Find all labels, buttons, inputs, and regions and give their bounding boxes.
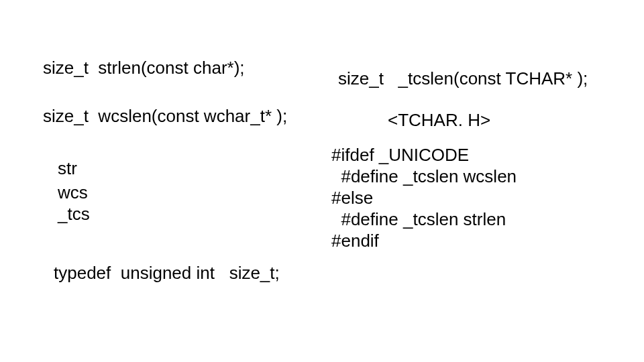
tchar-header: <TCHAR. H> xyxy=(388,110,490,131)
slide: size_t strlen(const char*); size_t wcsle… xyxy=(0,0,644,362)
code-endif: #endif xyxy=(331,231,379,251)
sig-wcslen: size_t wcslen(const wchar_t* ); xyxy=(43,106,287,127)
sig-tcslen: size_t _tcslen(const TCHAR* ); xyxy=(338,68,588,89)
prefix-tcs: _tcs xyxy=(58,204,90,225)
sig-strlen: size_t strlen(const char*); xyxy=(43,58,245,78)
prefix-wcs: wcs xyxy=(58,182,88,203)
typedef-line: typedef unsigned int size_t; xyxy=(54,263,280,284)
code-define-strlen: #define _tcslen strlen xyxy=(331,209,506,230)
code-else: #else xyxy=(331,188,373,208)
code-ifdef: #ifdef _UNICODE xyxy=(331,145,469,166)
code-define-wcslen: #define _tcslen wcslen xyxy=(331,166,517,187)
prefix-str: str xyxy=(58,158,77,179)
